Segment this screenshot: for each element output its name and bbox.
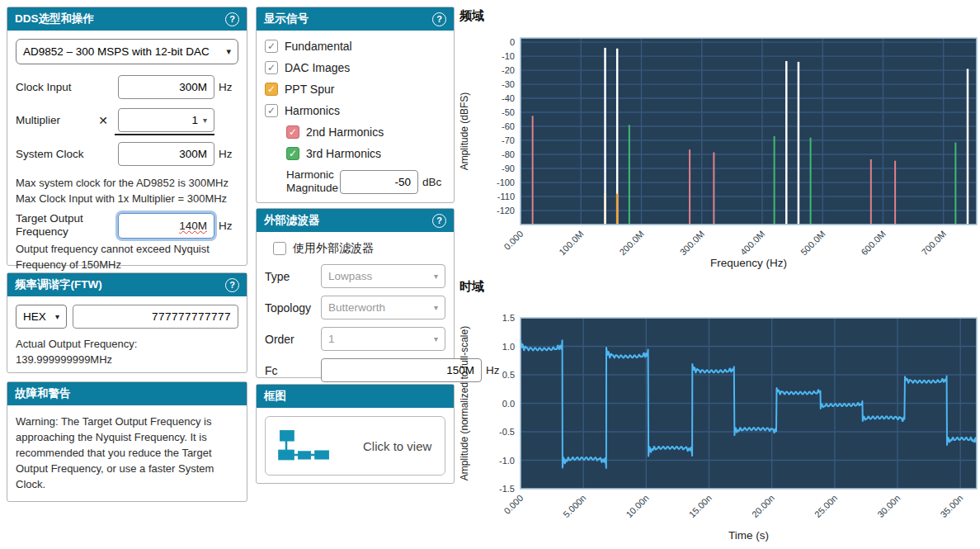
x-axis-label: Time (s) [728,529,769,542]
block-diagram-label: Click to view [363,439,431,453]
block-diagram-button[interactable]: Click to view [265,416,445,476]
chevron-down-icon: ▾ [226,46,231,57]
help-icon[interactable]: ? [225,12,239,26]
external-filter-title: 外部滤波器 [264,213,320,228]
use-external-filter-checkbox[interactable]: ✓ [273,242,286,255]
display-signals-panel: 显示信号 ? ✓ Fundamental ✓ DAC Images ✓ PPT … [256,7,455,203]
note-nyquist: Output frequency cannot exceed Nyquist F… [16,241,238,272]
device-select-value: AD9852 – 300 MSPS with 12-bit DAC [23,45,210,58]
y-axis-label: Amplitude (normalized to full-scale) [459,326,470,480]
ftw-base-select[interactable]: HEX ▾ [16,305,67,329]
y-tick-label: -1.0 [499,456,515,466]
system-clock-input[interactable] [118,142,214,166]
multiplier-divider [115,134,214,135]
block-diagram-header: 框图 [257,385,454,408]
warnings-panel-title: 故障和警告 [15,386,71,401]
fundamental-checkbox-row[interactable]: ✓ Fundamental [265,40,445,53]
warnings-panel: 故障和警告 Warning: The Target Output Frequen… [7,381,247,502]
ftw-panel-title: 频率调谐字(FTW) [15,277,102,292]
ppt-spur-checkbox[interactable]: ✓ [265,83,278,96]
note-max-clock-input: Max Clock Input with 1x Multiplier = 300… [16,191,238,206]
external-filter-header: 外部滤波器 ? [257,209,454,232]
x-tick-label: 600.0M [859,229,887,257]
harmonic-magnitude-label: Harmonic Magnitude [286,168,340,195]
note-max-system-clock: Max system clock for the AD9852 is 300MH… [16,175,238,191]
clock-input[interactable] [118,75,214,99]
use-external-filter-row[interactable]: ✓ 使用外部滤波器 [273,241,445,256]
second-harmonics-label: 2nd Harmonics [306,125,384,139]
filter-type-label: Type [265,270,321,283]
device-select[interactable]: AD9852 – 300 MSPS with 12-bit DAC ▾ [16,39,238,64]
y-tick-label: -60 [502,121,515,131]
y-tick-label: -40 [502,93,515,103]
x-tick-label: 300.0M [678,229,706,257]
y-tick-label: -80 [502,149,515,159]
time-domain-chart[interactable]: 1.51.00.50.0-0.5-1.0-1.50.0005.000n10.00… [458,291,980,549]
y-tick-label: -70 [502,135,515,145]
ppt-spur-checkbox-row[interactable]: ✓ PPT Spur [265,83,445,96]
third-harmonics-checkbox-row[interactable]: ✓ 3rd Harmonics [286,147,445,160]
x-tick-label: 400.0M [738,229,766,257]
y-tick-label: -20 [502,65,515,75]
x-tick-label: 0.000 [502,493,525,516]
block-diagram-panel: 框图 Click to view [256,384,455,484]
target-output-unit: Hz [219,220,238,232]
filter-topology-select: Butterworth ▾ [321,296,445,319]
multiplier-value: 1 [191,114,198,126]
ftw-panel-header: 频率调谐字(FTW) ? [7,273,247,296]
ppt-spur-label: PPT Spur [285,83,334,96]
filter-type-value: Lowpass [328,270,372,282]
dds-panel: DDS选型和操作 ? AD9852 – 300 MSPS with 12-bit… [7,7,247,266]
x-tick-label: 25.00n [813,493,839,519]
multiplier-label: Multiplier [16,114,98,126]
x-axis-label: Frequency (Hz) [710,257,787,269]
y-tick-label: 0 [510,37,515,47]
filter-order-value: 1 [328,333,335,345]
frequency-domain-chart[interactable]: 0-10-20-30-40-50-60-70-80-90-100-110-120… [458,25,980,277]
help-icon[interactable]: ? [225,278,239,292]
x-tick-label: 200.0M [617,229,645,257]
y-tick-label: -110 [497,192,515,201]
chevron-down-icon: ▾ [55,312,59,321]
dac-images-label: DAC Images [285,61,350,74]
y-tick-label: -10 [502,51,515,61]
system-clock-unit: Hz [219,148,238,160]
actual-output-frequency-label: Actual Output Frequency: [16,336,238,352]
y-tick-label: -30 [502,79,515,89]
warnings-panel-header: 故障和警告 [7,382,247,405]
y-tick-label: -1.5 [499,484,515,494]
x-tick-label: 10.00n [624,493,650,519]
system-clock-label: System Clock [16,148,118,160]
second-harmonics-checkbox[interactable]: ✓ [286,125,299,139]
dac-images-checkbox-row[interactable]: ✓ DAC Images [265,61,445,74]
help-icon[interactable]: ? [432,12,446,26]
ftw-panel: 频率调谐字(FTW) ? HEX ▾ Actual Output Frequen… [7,272,247,373]
ftw-input[interactable] [73,305,238,329]
y-axis-label: Amplitude (dBFS) [459,92,470,171]
y-tick-label: -0.5 [499,427,515,437]
clock-input-unit: Hz [219,81,238,93]
chevron-down-icon: ▾ [203,116,207,125]
external-filter-panel: 外部滤波器 ? ✓ 使用外部滤波器 Type Lowpass ▾ Topolog… [256,208,455,378]
x-tick-label: 500.0M [799,229,827,257]
fundamental-checkbox[interactable]: ✓ [265,40,278,53]
third-harmonics-label: 3rd Harmonics [306,147,381,160]
harmonic-magnitude-input[interactable] [340,170,418,194]
third-harmonics-checkbox[interactable]: ✓ [286,147,299,160]
filter-topology-value: Butterworth [328,301,385,314]
y-tick-label: 0.5 [502,370,515,380]
actual-output-frequency-value: 139.999999999MHz [16,352,238,367]
filter-order-label: Order [265,333,321,346]
dac-images-checkbox[interactable]: ✓ [265,61,278,74]
target-output-input[interactable]: 140M [118,213,214,239]
help-icon[interactable]: ? [432,214,446,228]
chevron-down-icon: ▾ [434,303,438,312]
multiplier-select[interactable]: 1 ▾ [118,108,214,132]
harmonics-checkbox-row[interactable]: ✓ Harmonics [265,104,445,117]
ftw-base-value: HEX [23,310,46,323]
harmonics-checkbox[interactable]: ✓ [265,104,278,117]
y-tick-label: -100 [497,177,515,187]
second-harmonics-checkbox-row[interactable]: ✓ 2nd Harmonics [286,125,445,139]
use-external-filter-label: 使用外部滤波器 [293,241,374,256]
y-tick-label: 1.5 [502,313,515,323]
